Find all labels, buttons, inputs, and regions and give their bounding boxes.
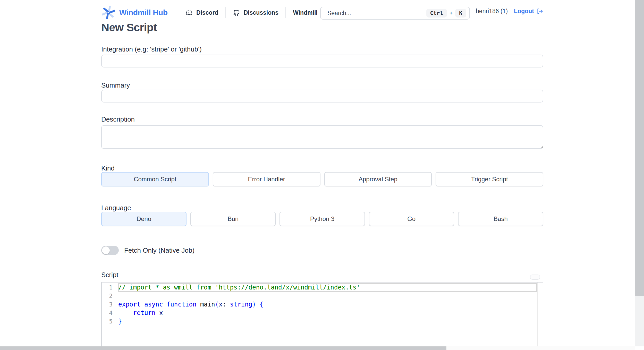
integration-label: Integration (e.g: 'stripe' or 'github') bbox=[101, 45, 202, 53]
code-line: 5} bbox=[102, 317, 543, 326]
nav-label-discord: Discord bbox=[196, 9, 218, 16]
brand[interactable]: Windmill Hub bbox=[101, 5, 168, 20]
search-placeholder: Search... bbox=[327, 10, 426, 17]
user-block: henri186 (1) Logout bbox=[476, 8, 543, 15]
kbd-k: K bbox=[455, 9, 466, 18]
nav-label-windmill: Windmill bbox=[293, 9, 318, 16]
nav-item-discord[interactable]: Discord bbox=[179, 9, 225, 16]
line-number: 3 bbox=[102, 300, 118, 309]
code-line-content bbox=[118, 292, 543, 300]
github-icon bbox=[233, 9, 240, 16]
code-area: 1// import * as wmill from 'https://deno… bbox=[102, 283, 543, 326]
line-number: 5 bbox=[102, 317, 118, 326]
code-line: 1// import * as wmill from 'https://deno… bbox=[102, 283, 543, 292]
description-label: Description bbox=[101, 115, 135, 123]
summary-label: Summary bbox=[101, 81, 130, 89]
code-line: 2 bbox=[102, 292, 543, 300]
page-title: New Script bbox=[101, 21, 157, 34]
description-textarea[interactable] bbox=[101, 125, 543, 149]
language-option-bun[interactable]: Bun bbox=[190, 212, 276, 226]
vertical-scrollbar-thumb[interactable] bbox=[635, 0, 644, 296]
kbd-ctrl: Ctrl bbox=[426, 9, 447, 18]
kind-option-trigger-script[interactable]: Trigger Script bbox=[436, 172, 543, 186]
editor-options-pill[interactable] bbox=[530, 275, 540, 280]
language-option-go[interactable]: Go bbox=[369, 212, 454, 226]
nav-item-windmill[interactable]: Windmill bbox=[286, 9, 325, 16]
logout-icon bbox=[536, 8, 543, 15]
fetch-only-label: Fetch Only (Native Job) bbox=[124, 246, 194, 254]
fetch-only-toggle[interactable] bbox=[101, 246, 119, 255]
brand-name: Windmill Hub bbox=[119, 8, 168, 17]
toggle-knob-icon bbox=[102, 246, 110, 254]
search-input[interactable]: Search... Ctrl + K bbox=[320, 7, 470, 20]
language-option-bash[interactable]: Bash bbox=[458, 212, 543, 226]
code-line-content: return x bbox=[118, 309, 543, 317]
logout-label: Logout bbox=[514, 8, 534, 15]
code-editor[interactable]: 1// import * as wmill from 'https://deno… bbox=[101, 282, 543, 350]
line-number: 4 bbox=[102, 309, 118, 317]
code-line-content: // import * as wmill from 'https://deno.… bbox=[118, 283, 543, 292]
vertical-scrollbar[interactable] bbox=[635, 0, 644, 346]
summary-input[interactable] bbox=[101, 90, 543, 103]
code-line-content: } bbox=[118, 317, 543, 326]
kbd-plus: + bbox=[450, 10, 453, 16]
kind-option-approval-step[interactable]: Approval Step bbox=[324, 172, 432, 186]
line-number: 1 bbox=[102, 283, 118, 292]
script-label: Script bbox=[101, 271, 118, 279]
code-line: 3export async function main(x: string) { bbox=[102, 300, 543, 309]
username: henri186 (1) bbox=[476, 8, 508, 15]
language-options: DenoBunPython 3GoBash bbox=[101, 212, 543, 226]
fetch-only-row: Fetch Only (Native Job) bbox=[101, 246, 194, 255]
line-number: 2 bbox=[102, 292, 118, 300]
language-option-deno[interactable]: Deno bbox=[101, 212, 187, 226]
kind-option-common-script[interactable]: Common Script bbox=[101, 172, 209, 186]
kind-option-error-handler[interactable]: Error Handler bbox=[213, 172, 320, 186]
code-line: 4 return x bbox=[102, 309, 543, 317]
kind-options: Common ScriptError HandlerApproval StepT… bbox=[101, 172, 543, 186]
logout-button[interactable]: Logout bbox=[514, 8, 543, 15]
horizontal-scrollbar-thumb[interactable] bbox=[0, 346, 446, 350]
integration-input[interactable] bbox=[101, 55, 543, 67]
page-container: Windmill Hub Discord Discussions Windmil… bbox=[101, 0, 543, 350]
discord-icon bbox=[185, 9, 193, 16]
horizontal-scrollbar[interactable] bbox=[0, 346, 635, 350]
language-label: Language bbox=[101, 204, 131, 212]
main-nav: Discord Discussions Windmill bbox=[179, 6, 325, 20]
code-line-content: export async function main(x: string) { bbox=[118, 300, 543, 309]
kind-label: Kind bbox=[101, 164, 115, 172]
nav-item-discussions[interactable]: Discussions bbox=[226, 9, 286, 16]
language-option-python-3[interactable]: Python 3 bbox=[279, 212, 365, 226]
nav-label-discussions: Discussions bbox=[244, 9, 279, 16]
windmill-logo-icon bbox=[101, 5, 116, 20]
